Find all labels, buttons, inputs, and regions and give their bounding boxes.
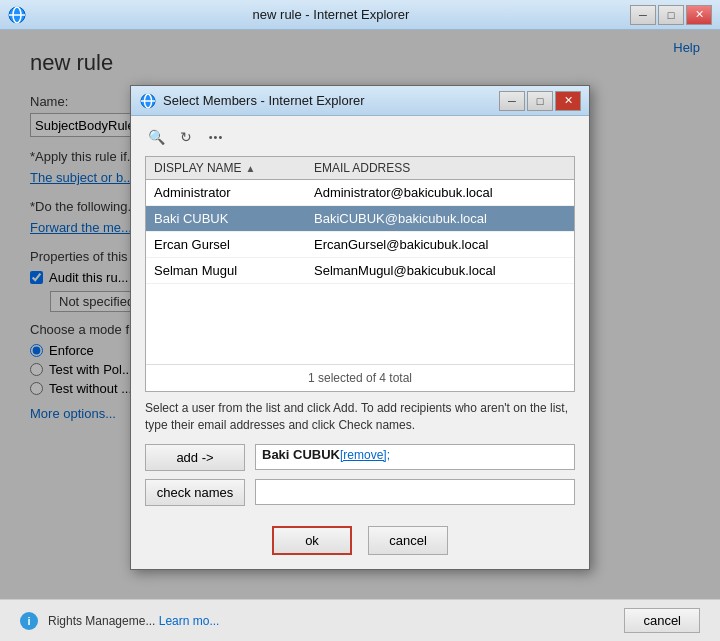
ok-button[interactable]: ok bbox=[272, 526, 352, 555]
check-names-button[interactable]: check names bbox=[145, 479, 245, 506]
main-close-btn[interactable]: ✕ bbox=[686, 5, 712, 25]
more-toolbar-icon[interactable]: ••• bbox=[205, 126, 227, 148]
modal-footer: ok cancel bbox=[131, 516, 589, 569]
main-window-title: new rule - Internet Explorer bbox=[32, 7, 630, 22]
info-text: Rights Manageme... Learn mo... bbox=[48, 614, 219, 628]
member-email: BakiCUBUK@bakicubuk.local bbox=[314, 211, 566, 226]
modal-cancel-button[interactable]: cancel bbox=[368, 526, 448, 555]
add-section: add -> Baki CUBUK[remove]; bbox=[145, 444, 575, 471]
check-names-section: check names bbox=[145, 479, 575, 506]
member-name: Administrator bbox=[154, 185, 314, 200]
member-name: Baki CUBUK bbox=[154, 211, 314, 226]
modal-title-bar: Select Members - Internet Explorer ─ □ ✕ bbox=[131, 86, 589, 116]
cancel-button[interactable]: cancel bbox=[624, 608, 700, 633]
main-window: new rule - Internet Explorer ─ □ ✕ Help … bbox=[0, 0, 720, 641]
modal-overlay: Select Members - Internet Explorer ─ □ ✕… bbox=[0, 30, 720, 599]
member-email: Administrator@bakicubuk.local bbox=[314, 185, 566, 200]
recipients-input[interactable]: Baki CUBUK[remove]; bbox=[255, 444, 575, 470]
modal-close-btn[interactable]: ✕ bbox=[555, 91, 581, 111]
modal-title-buttons: ─ □ ✕ bbox=[499, 91, 581, 111]
table-empty-space bbox=[146, 284, 574, 364]
recipient-name: Baki CUBUK bbox=[262, 447, 340, 462]
email-header: EMAIL ADDRESS bbox=[314, 161, 566, 175]
select-members-modal: Select Members - Internet Explorer ─ □ ✕… bbox=[130, 85, 590, 570]
member-email: ErcanGursel@bakicubuk.local bbox=[314, 237, 566, 252]
recipient-remove-link[interactable]: [remove]; bbox=[340, 448, 390, 462]
add-button[interactable]: add -> bbox=[145, 444, 245, 471]
check-names-input[interactable] bbox=[255, 479, 575, 505]
sort-arrow-icon: ▲ bbox=[246, 163, 256, 174]
modal-body: 🔍 ↻ ••• DISPLAY NAME ▲ EMAIL ADDRESS bbox=[131, 116, 589, 516]
info-icon: i bbox=[20, 612, 38, 630]
modal-maximize-btn[interactable]: □ bbox=[527, 91, 553, 111]
modal-minimize-btn[interactable]: ─ bbox=[499, 91, 525, 111]
table-row[interactable]: Selman Mugul SelmanMugul@bakicubuk.local bbox=[146, 258, 574, 284]
main-maximize-btn[interactable]: □ bbox=[658, 5, 684, 25]
search-icon[interactable]: 🔍 bbox=[145, 126, 167, 148]
members-table: DISPLAY NAME ▲ EMAIL ADDRESS Administrat… bbox=[145, 156, 575, 392]
recipient-tag: Baki CUBUK[remove]; bbox=[262, 447, 390, 462]
learn-more-link[interactable]: Learn mo... bbox=[159, 614, 220, 628]
modal-toolbar: 🔍 ↻ ••• bbox=[145, 126, 575, 148]
table-row[interactable]: Ercan Gursel ErcanGursel@bakicubuk.local bbox=[146, 232, 574, 258]
table-row[interactable]: Administrator Administrator@bakicubuk.lo… bbox=[146, 180, 574, 206]
main-title-bar: new rule - Internet Explorer ─ □ ✕ bbox=[0, 0, 720, 30]
main-window-controls: ─ □ ✕ bbox=[630, 5, 712, 25]
member-name: Selman Mugul bbox=[154, 263, 314, 278]
member-email: SelmanMugul@bakicubuk.local bbox=[314, 263, 566, 278]
refresh-icon[interactable]: ↻ bbox=[175, 126, 197, 148]
table-row[interactable]: Baki CUBUK BakiCUBUK@bakicubuk.local bbox=[146, 206, 574, 232]
member-name: Ercan Gursel bbox=[154, 237, 314, 252]
modal-ie-icon bbox=[139, 92, 157, 110]
table-header: DISPLAY NAME ▲ EMAIL ADDRESS bbox=[146, 157, 574, 180]
bottom-bar: i Rights Manageme... Learn mo... cancel bbox=[0, 599, 720, 641]
modal-title: Select Members - Internet Explorer bbox=[163, 93, 499, 108]
main-minimize-btn[interactable]: ─ bbox=[630, 5, 656, 25]
selection-info: 1 selected of 4 total bbox=[146, 364, 574, 391]
instruction-text: Select a user from the list and click Ad… bbox=[145, 400, 575, 434]
display-name-header[interactable]: DISPLAY NAME ▲ bbox=[154, 161, 314, 175]
main-content-area: Help new rule Name: *Apply this rule if.… bbox=[0, 30, 720, 599]
ie-icon bbox=[8, 6, 26, 24]
